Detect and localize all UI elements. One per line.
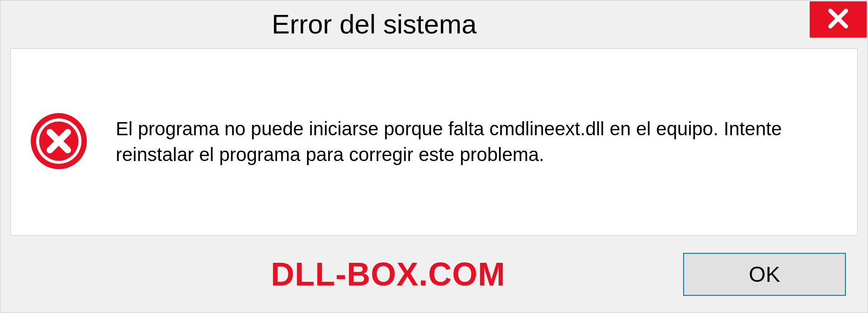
dialog-content: El programa no puede iniciarse porque fa… <box>10 48 858 236</box>
error-message: El programa no puede iniciarse porque fa… <box>116 116 839 167</box>
dialog-title: Error del sistema <box>0 0 476 40</box>
error-dialog: Error del sistema El programa no puede i… <box>0 0 868 313</box>
close-icon <box>826 7 850 32</box>
close-button[interactable] <box>810 1 867 38</box>
error-icon <box>29 111 89 173</box>
watermark-text: DLL-BOX.COM <box>271 256 505 293</box>
titlebar: Error del sistema <box>0 0 868 46</box>
ok-button[interactable]: OK <box>683 253 846 296</box>
dialog-footer: DLL-BOX.COM OK <box>0 236 868 313</box>
